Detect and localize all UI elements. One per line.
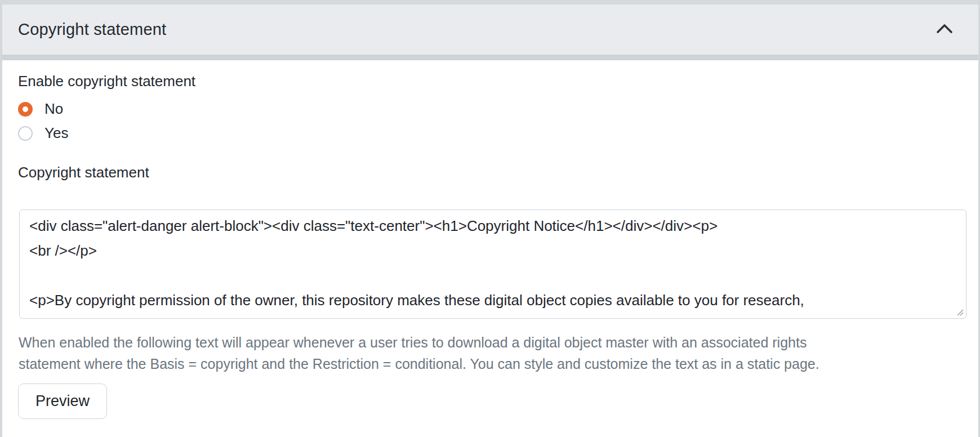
radio-yes-label[interactable]: Yes bbox=[44, 124, 68, 142]
header-divider bbox=[2, 55, 978, 60]
radio-option-yes[interactable]: Yes bbox=[18, 124, 68, 142]
radio-no-selected-icon[interactable] bbox=[18, 102, 33, 117]
radio-option-no[interactable]: No bbox=[18, 100, 63, 118]
copyright-statement-label: Copyright statement bbox=[18, 164, 149, 181]
enable-copyright-statement-label: Enable copyright statement bbox=[18, 73, 195, 90]
panel-body: Enable copyright statement No Yes Copyri… bbox=[2, 60, 978, 437]
chevron-up-icon bbox=[935, 22, 954, 37]
textarea-resize-handle-icon[interactable] bbox=[955, 307, 964, 316]
copyright-statement-help-text: When enabled the following text will app… bbox=[19, 332, 866, 374]
radio-no-label[interactable]: No bbox=[44, 100, 63, 118]
radio-yes-unselected-icon[interactable] bbox=[18, 126, 33, 141]
copyright-settings-panel: Copyright statement Enable copyright sta… bbox=[0, 0, 980, 437]
panel-top-border bbox=[2, 0, 978, 5]
panel-title: Copyright statement bbox=[18, 20, 166, 39]
textarea-line: <br /></p> bbox=[29, 238, 957, 263]
copyright-statement-textarea[interactable]: <div class="alert-danger alert-block"><d… bbox=[19, 209, 966, 319]
textarea-line: <div class="alert-danger alert-block"><d… bbox=[29, 213, 957, 238]
preview-button[interactable]: Preview bbox=[18, 384, 107, 419]
textarea-line bbox=[29, 263, 957, 288]
accordion-header-copyright-statement[interactable]: Copyright statement bbox=[2, 5, 978, 55]
textarea-line: private study, or education, subject to … bbox=[29, 313, 957, 319]
collapse-section-button[interactable] bbox=[932, 19, 957, 41]
textarea-line: <p>By copyright permission of the owner,… bbox=[29, 288, 957, 313]
